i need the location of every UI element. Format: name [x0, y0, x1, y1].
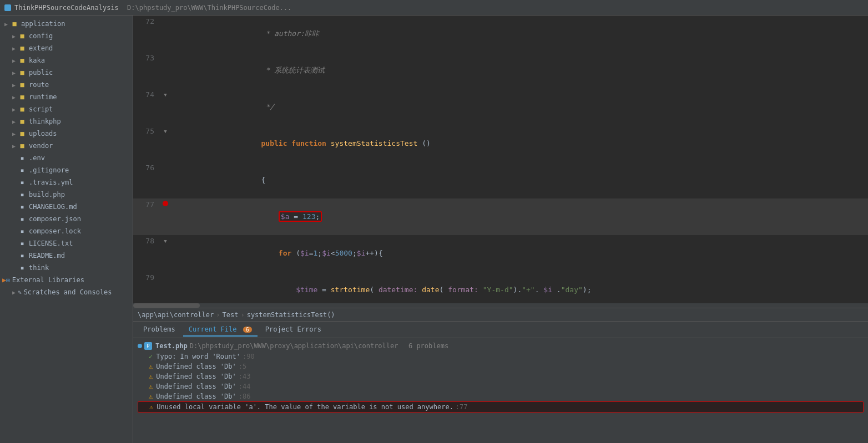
arrow-icon: ▶	[2, 276, 6, 284]
code-table: 72 * author:咔咔 73 * 系统统计表测试	[133, 16, 868, 303]
project-name: ThinkPHPSourceCodeAnalysis	[14, 4, 119, 12]
table-row: 73 * 系统统计表测试	[133, 52, 868, 89]
problem-item[interactable]: ⚠ Undefined class 'Db' :86	[138, 391, 864, 401]
fold-icon[interactable]: ▼	[164, 92, 166, 98]
tab-label: Problems	[143, 325, 175, 333]
sidebar-item-scratches[interactable]: ▶ ✎ Scratches and Consoles	[0, 286, 133, 298]
sidebar-item-vendor[interactable]: ▶ ■ vendor	[0, 140, 133, 152]
problem-item[interactable]: ⚠ Undefined class 'Db' :5	[138, 361, 864, 371]
line-gutter	[161, 198, 170, 235]
arrow-icon: ▶	[10, 106, 18, 113]
sidebar-item-composer-lock[interactable]: ▶ ▪ composer.lock	[0, 225, 133, 237]
warning-icon: ⚠	[149, 383, 153, 390]
sidebar-item-label: build.php	[29, 191, 65, 198]
line-number: 78	[133, 235, 161, 272]
sidebar-item-label: README.md	[29, 252, 65, 259]
file-icon-composer-json: ▪	[18, 216, 27, 223]
breadcrumb-sep2: ›	[240, 311, 244, 319]
line-number: 75	[133, 125, 161, 162]
line-gutter: ▼	[161, 125, 170, 162]
line-gutter	[161, 16, 170, 52]
folder-icon-vendor: ■	[18, 142, 27, 150]
arrow-icon: ▶	[10, 94, 18, 100]
sidebar-item-public[interactable]: ▶ ■ public	[0, 67, 133, 79]
breadcrumb-sep: ›	[216, 311, 220, 319]
sidebar-item-build[interactable]: ▶ ▪ build.php	[0, 189, 133, 201]
fold-icon[interactable]: ▼	[164, 238, 166, 244]
folder-icon-public: ■	[18, 69, 27, 77]
scrollbar-thumb[interactable]	[133, 303, 200, 308]
arrow-icon: ▶	[10, 70, 18, 76]
bottom-panel: Problems Current File 6 Project Errors P…	[133, 321, 868, 443]
panel-tabs: Problems Current File 6 Project Errors	[133, 322, 868, 338]
sidebar-item-readme[interactable]: ▶ ▪ README.md	[0, 249, 133, 262]
sidebar-item-uploads[interactable]: ▶ ■ uploads	[0, 128, 133, 140]
file-icon-readme: ▪	[18, 252, 27, 259]
sidebar-item-label: LICENSE.txt	[29, 240, 73, 247]
fold-icon[interactable]: ▼	[164, 129, 166, 134]
breadcrumb-path: \app\api\controller	[138, 311, 214, 319]
file-icon-travis: ▪	[18, 179, 27, 186]
sidebar-item-license[interactable]: ▶ ▪ LICENSE.txt	[0, 237, 133, 249]
sidebar-item-think[interactable]: ▶ ▪ think	[0, 262, 133, 274]
line-number: 79	[133, 272, 161, 303]
sidebar-item-label: .travis.yml	[29, 179, 73, 186]
tab-problems[interactable]: Problems	[138, 323, 181, 337]
panel-content[interactable]: P Test.php D:\phpstudy_pro\WWW\proxy\app…	[133, 338, 868, 443]
breakpoint-icon[interactable]	[163, 201, 168, 206]
sidebar-item-label: think	[29, 264, 49, 272]
file-icon-env: ▪	[18, 155, 27, 162]
sidebar-item-travis[interactable]: ▶ ▪ .travis.yml	[0, 176, 133, 189]
php-file-icon: P	[144, 342, 152, 350]
warning-icon: ⚠	[149, 403, 153, 411]
sidebar-item-composer-json[interactable]: ▶ ▪ composer.json	[0, 213, 133, 225]
sidebar-item-config[interactable]: ▶ ■ config	[0, 30, 133, 42]
line-content: public function systemStatisticsTest ()	[170, 125, 868, 162]
sidebar-item-external-libraries[interactable]: ▶ ⊞ External Libraries	[0, 274, 133, 286]
sidebar-item-label: Scratches and Consoles	[24, 288, 112, 296]
line-content: {	[170, 162, 868, 198]
sidebar-item-runtime[interactable]: ▶ ■ runtime	[0, 91, 133, 103]
sidebar-item-label: public	[29, 69, 53, 77]
sidebar-item-env[interactable]: ▶ ▪ .env	[0, 152, 133, 164]
sidebar-item-thinkphp[interactable]: ▶ ■ thinkphp	[0, 115, 133, 128]
horizontal-scrollbar[interactable]	[133, 303, 868, 308]
file-icon-license: ▪	[18, 240, 27, 247]
table-row: 75 ▼ public function systemStatisticsTes…	[133, 125, 868, 162]
sidebar-item-extend[interactable]: ▶ ■ extend	[0, 42, 133, 54]
arrow-icon: ▶	[10, 289, 18, 296]
sidebar-item-label: script	[29, 105, 53, 113]
problem-text: Undefined class 'Db'	[156, 373, 236, 380]
folder-icon-runtime: ■	[18, 94, 27, 101]
line-content: $a = 123;	[170, 198, 868, 235]
problem-item[interactable]: ✓ Typo: In word 'Rount' :90	[138, 352, 864, 361]
code-container[interactable]: 硕客 w.sxiaw.com. 72 * author:咔咔	[133, 16, 868, 303]
sidebar-item-changelog[interactable]: ▶ ▪ CHANGELOG.md	[0, 201, 133, 213]
sidebar-item-script[interactable]: ▶ ■ script	[0, 103, 133, 115]
problem-item-highlighted[interactable]: ⚠ Unused local variable 'a'. The value o…	[138, 401, 864, 413]
line-content: */	[170, 89, 868, 125]
sidebar-item-gitignore[interactable]: ▶ ▪ .gitignore	[0, 164, 133, 176]
warning-icon: ⚠	[149, 363, 153, 370]
line-number: 72	[133, 16, 161, 52]
sidebar-item-application[interactable]: ▶ ■ application	[0, 18, 133, 30]
sidebar-item-label: runtime	[29, 93, 57, 101]
line-number: 74	[133, 89, 161, 125]
arrow-icon: ▶	[10, 45, 18, 52]
tab-current-file[interactable]: Current File 6	[183, 323, 258, 337]
problem-item[interactable]: ⚠ Undefined class 'Db' :43	[138, 371, 864, 381]
line-gutter	[161, 162, 170, 198]
problem-item[interactable]: ⚠ Undefined class 'Db' :44	[138, 381, 864, 391]
arrow-icon: ▶	[2, 21, 10, 27]
problem-count: 6 problems	[400, 342, 448, 350]
sidebar-item-label: .env	[29, 154, 45, 162]
editor-area: 硕客 w.sxiaw.com. 72 * author:咔咔	[133, 16, 868, 443]
sidebar[interactable]: ▶ ■ application ▶ ■ config ▶ ■ extend ▶ …	[0, 16, 133, 443]
problem-text: Undefined class 'Db'	[156, 383, 236, 390]
tab-project-errors[interactable]: Project Errors	[260, 323, 327, 337]
tab-badge: 6	[243, 327, 252, 333]
sidebar-item-label: kaka	[29, 57, 45, 64]
arrow-icon: ▶	[10, 143, 18, 149]
sidebar-item-kaka[interactable]: ▶ ■ kaka	[0, 54, 133, 67]
sidebar-item-route[interactable]: ▶ ■ route	[0, 79, 133, 91]
